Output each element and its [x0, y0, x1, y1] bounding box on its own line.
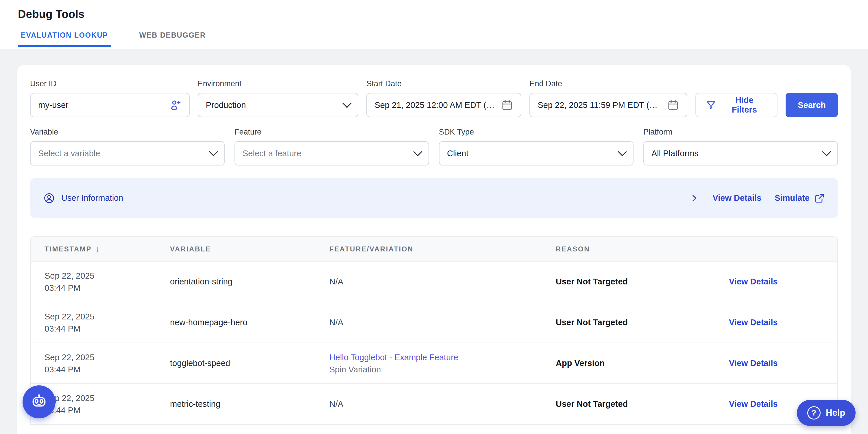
chevron-down-icon	[343, 99, 351, 108]
chevron-right-icon[interactable]	[689, 193, 699, 203]
banner-view-details-link[interactable]: View Details	[712, 193, 761, 203]
start-date-value: Sep 21, 2025 12:00 AM EDT (GM...	[374, 100, 496, 110]
feature-field-group: Feature Select a feature	[235, 127, 429, 166]
banner-view-details-label: View Details	[712, 193, 761, 203]
variable-cell: new-homepage-hero	[170, 302, 329, 343]
variable-label: Variable	[30, 127, 225, 137]
feature-variation-cell: N/A	[329, 384, 556, 425]
togglebot-assistant-button[interactable]	[23, 385, 56, 418]
banner-actions: View Details Simulate	[689, 193, 825, 203]
table-row: Sep 22, 2025 03:44 PM togglebot-speed He…	[31, 343, 837, 384]
reason-cell: User Not Targeted	[556, 261, 729, 302]
table-row: Sep 22, 2025 03:44 PM new-homepage-hero …	[31, 302, 837, 343]
platform-value: All Platforms	[651, 149, 699, 158]
main-content: User ID Environment Product	[0, 49, 868, 434]
timestamp-cell: Sep 22, 2025 03:44 PM	[31, 343, 170, 384]
question-mark-icon: ?	[807, 406, 820, 419]
actions-cell: View Details	[729, 302, 837, 343]
calendar-icon	[501, 99, 513, 111]
variation-label: Spin Variation	[329, 364, 556, 376]
feature-variation-cell: Hello Togglebot - Example Feature Spin V…	[329, 343, 556, 384]
user-id-label: User ID	[30, 79, 190, 88]
external-link-icon	[814, 193, 825, 203]
row-view-details-link[interactable]: View Details	[729, 277, 778, 286]
variable-field-group: Variable Select a variable	[30, 127, 225, 166]
column-header-actions	[729, 237, 837, 261]
sdk-type-field-group: SDK Type Client	[439, 127, 633, 166]
feature-variation-cell: N/A	[329, 261, 556, 302]
timestamp-cell: Sep 22, 2025 03:44 PM	[31, 261, 170, 302]
lookup-card: User ID Environment Product	[17, 65, 851, 434]
actions-cell: View Details	[729, 343, 837, 384]
environment-label: Environment	[198, 79, 359, 88]
table-row: Sep 22, 2025 03:44 PM metric-testing N/A…	[31, 384, 837, 425]
end-date-field-group: End Date Sep 22, 2025 11:59 PM EDT (GM..…	[529, 79, 687, 117]
user-information-title: User Information	[61, 193, 123, 203]
variable-placeholder: Select a variable	[38, 149, 100, 158]
user-circle-icon	[43, 193, 55, 204]
platform-select[interactable]: All Platforms	[643, 141, 838, 166]
table-row: Sep 22, 2025 03:44 PM orientation-string…	[31, 261, 837, 302]
filter-funnel-icon	[706, 100, 716, 110]
tab-web-debugger[interactable]: WEB DEBUGGER	[136, 31, 209, 47]
user-id-input[interactable]	[38, 100, 164, 110]
filter-row-primary: User ID Environment Product	[30, 79, 838, 117]
row-view-details-link[interactable]: View Details	[729, 318, 778, 327]
end-date-value: Sep 22, 2025 11:59 PM EDT (GM...	[537, 100, 662, 110]
environment-select[interactable]: Production	[198, 93, 359, 117]
feature-placeholder: Select a feature	[243, 149, 301, 158]
evaluations-table: TIMESTAMP ↓ VARIABLE FEATURE/VARIATION R…	[30, 236, 838, 425]
sdk-type-value: Client	[447, 149, 468, 158]
user-id-input-wrap	[30, 93, 190, 117]
column-header-feature-variation[interactable]: FEATURE/VARIATION	[329, 237, 556, 261]
variable-cell: togglebot-speed	[170, 343, 329, 384]
row-view-details-link[interactable]: View Details	[729, 358, 778, 368]
table-header-row: TIMESTAMP ↓ VARIABLE FEATURE/VARIATION R…	[31, 237, 837, 261]
start-date-field-group: Start Date Sep 21, 2025 12:00 AM EDT (GM…	[366, 79, 521, 117]
platform-field-group: Platform All Platforms	[643, 127, 838, 166]
end-date-label: End Date	[529, 79, 687, 88]
filter-row-secondary: Variable Select a variable Feature Selec…	[30, 127, 838, 166]
platform-label: Platform	[643, 127, 838, 137]
end-date-input[interactable]: Sep 22, 2025 11:59 PM EDT (GM...	[529, 93, 687, 117]
actions-cell: View Details	[729, 261, 837, 302]
environment-field-group: Environment Production	[198, 79, 359, 117]
reason-cell: App Version	[556, 343, 729, 384]
column-header-reason[interactable]: REASON	[556, 237, 729, 261]
simulate-label: Simulate	[775, 193, 810, 203]
hide-filters-label: Hide Filters	[721, 95, 767, 115]
table-body: Sep 22, 2025 03:44 PM orientation-string…	[31, 261, 837, 425]
feature-select[interactable]: Select a feature	[235, 141, 429, 166]
page-title: Debug Tools	[18, 8, 850, 21]
chevron-down-icon	[209, 147, 218, 156]
hide-filters-button[interactable]: Hide Filters	[695, 93, 777, 117]
column-header-variable[interactable]: VARIABLE	[170, 237, 329, 261]
chevron-down-icon	[822, 147, 831, 156]
start-date-input[interactable]: Sep 21, 2025 12:00 AM EDT (GM...	[366, 93, 521, 117]
search-button[interactable]: Search	[785, 93, 838, 117]
variable-select[interactable]: Select a variable	[30, 141, 225, 166]
tab-bar: EVALUATION LOOKUP WEB DEBUGGER	[18, 31, 850, 47]
start-date-label: Start Date	[366, 79, 521, 88]
variable-cell: orientation-string	[170, 261, 329, 302]
help-label: Help	[826, 408, 845, 418]
reason-cell: User Not Targeted	[556, 384, 729, 425]
environment-value: Production	[206, 100, 246, 110]
row-view-details-link[interactable]: View Details	[729, 399, 778, 408]
sdk-type-select[interactable]: Client	[439, 141, 633, 166]
variable-cell: metric-testing	[170, 384, 329, 425]
tab-evaluation-lookup[interactable]: EVALUATION LOOKUP	[18, 31, 111, 47]
timestamp-header-label: TIMESTAMP	[44, 245, 92, 253]
debug-tools-page: Debug Tools EVALUATION LOOKUP WEB DEBUGG…	[0, 0, 868, 434]
reason-cell: User Not Targeted	[556, 302, 729, 343]
chevron-down-icon	[618, 147, 626, 156]
feature-variation-cell: N/A	[329, 302, 556, 343]
top-bar: Debug Tools EVALUATION LOOKUP WEB DEBUGG…	[0, 0, 868, 49]
feature-link[interactable]: Hello Togglebot - Example Feature	[329, 351, 556, 364]
help-button[interactable]: ? Help	[797, 400, 856, 426]
feature-label: Feature	[235, 127, 429, 137]
simulate-link[interactable]: Simulate	[775, 193, 825, 203]
user-information-toggle[interactable]: User Information	[43, 193, 123, 204]
person-add-icon[interactable]	[169, 99, 182, 111]
column-header-timestamp[interactable]: TIMESTAMP ↓	[31, 237, 170, 261]
